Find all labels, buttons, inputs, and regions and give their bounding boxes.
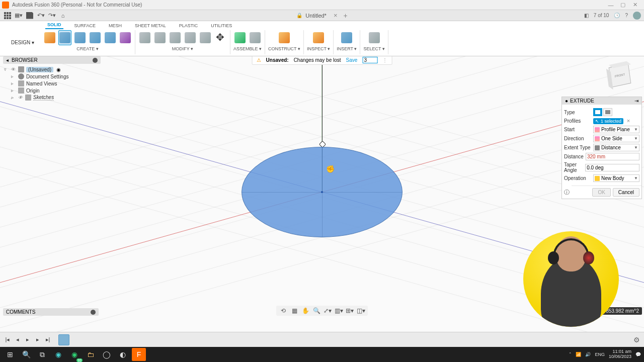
timeline-forward-button[interactable]: ▸ [34, 336, 41, 343]
new-sketch-button[interactable] [43, 30, 56, 45]
tab-plastic[interactable]: PLASTIC [177, 22, 200, 29]
emboss-button[interactable] [119, 30, 132, 45]
move-button[interactable] [214, 30, 227, 45]
type-thin-button[interactable] [603, 108, 612, 116]
tab-utilities[interactable]: UTILITIES [209, 22, 234, 29]
visibility-icon[interactable]: 👁 [11, 67, 16, 72]
display-settings-button[interactable]: ▥▾ [335, 307, 343, 315]
inspect-group-label[interactable]: INSPECT ▾ [307, 46, 330, 51]
select-group-label[interactable]: SELECT ▾ [363, 46, 384, 51]
tab-surface[interactable]: SURFACE [72, 22, 98, 29]
tree-item-sketches[interactable]: ▹ 👁 Sketches [4, 94, 101, 101]
profiles-clear-button[interactable]: × [627, 118, 630, 124]
job-status[interactable]: 7 of 10 [594, 13, 609, 18]
timeline-settings-button[interactable]: ⚙ [633, 336, 640, 344]
modify-group-label[interactable]: MODIFY ▾ [172, 46, 193, 51]
profiles-chip[interactable]: ↖1 selected [593, 118, 623, 124]
timeline-start-button[interactable]: |◂ [4, 336, 11, 343]
save-link[interactable]: Save [346, 57, 358, 63]
tab-solid[interactable]: SOLID [45, 21, 63, 29]
viewport[interactable]: ⚠ Unsaved: Changes may be lost Save ⋮ ◂ … [0, 56, 644, 347]
notification-button[interactable]: 🕓 [614, 13, 620, 18]
fillet-button[interactable] [153, 30, 167, 45]
undo-button[interactable]: ↶▾ [36, 11, 45, 20]
timeline-end-button[interactable]: ▸| [44, 336, 51, 343]
insert-button[interactable] [340, 30, 353, 45]
floating-dimension-input[interactable] [362, 57, 377, 63]
expand-icon[interactable]: ▹ [11, 95, 16, 100]
extensions-button[interactable]: ◧ [584, 13, 589, 18]
fusion-taskbar-button[interactable]: F [132, 348, 146, 361]
visibility-icon[interactable]: 👁 [18, 95, 23, 100]
browser-pin-button[interactable] [93, 58, 98, 63]
help-button[interactable]: ? [625, 13, 628, 18]
tree-item-document-settings[interactable]: ▹ Document Settings [4, 73, 101, 80]
banner-menu-icon[interactable]: ⋮ [382, 57, 387, 63]
workspace-switcher[interactable]: DESIGN ▾ [5, 30, 40, 54]
chamfer-button[interactable] [169, 30, 182, 45]
extent-select[interactable]: Distance ▼ [593, 144, 639, 151]
tab-mesh[interactable]: MESH [107, 22, 124, 29]
start-button[interactable]: ⊞ [3, 348, 17, 361]
browser-header[interactable]: ◂ BROWSER [3, 56, 101, 64]
task-view-button[interactable]: ⧉ [35, 348, 49, 361]
construct-button[interactable] [278, 30, 291, 45]
cancel-button[interactable]: Cancel [613, 188, 639, 197]
whatsapp-button[interactable]: ◉ [67, 348, 82, 361]
tab-close-button[interactable]: × [334, 12, 338, 19]
loft-button[interactable] [104, 30, 117, 45]
sketch-center-point[interactable] [321, 191, 323, 193]
browser-collapse-icon[interactable]: ◂ [6, 57, 9, 63]
new-tab-button[interactable]: + [343, 12, 347, 20]
sketch-profile[interactable]: ✊ [242, 147, 403, 237]
create-group-label[interactable]: CREATE ▾ [76, 46, 98, 51]
revolve-button[interactable] [73, 30, 87, 45]
extrude-button[interactable] [58, 30, 71, 45]
maximize-button[interactable]: ▢ [620, 2, 626, 8]
save-button[interactable] [25, 11, 34, 20]
chrome-button[interactable]: ◯ [100, 348, 114, 361]
shell-button[interactable] [184, 30, 197, 45]
look-at-button[interactable]: ▦ [290, 307, 298, 315]
select-button[interactable] [368, 30, 381, 45]
file-menu-button[interactable]: ▦▾ [14, 11, 23, 20]
system-tray[interactable]: ˄ 📶 🔊 ENG 11:01 am 10/06/2023 💬 [569, 349, 641, 359]
expand-icon[interactable]: ▿ [4, 67, 9, 72]
timeline-back-button[interactable]: ◂ [14, 336, 21, 343]
edge-button[interactable]: ◉ [51, 348, 65, 361]
info-button[interactable]: ⓘ [562, 187, 572, 198]
file-explorer-button[interactable]: 🗀 [84, 348, 98, 361]
assemble-group-label[interactable]: ASSEMBLE ▾ [233, 46, 262, 51]
user-avatar[interactable] [633, 12, 641, 20]
zoom-button[interactable]: 🔍 [312, 307, 320, 315]
tree-root[interactable]: ▿ 👁 (Unsaved) ◉ [4, 66, 101, 73]
joint-button[interactable] [233, 30, 247, 45]
viewport-button[interactable]: ◫▾ [357, 307, 365, 315]
type-solid-button[interactable] [593, 108, 602, 116]
search-button[interactable]: 🔍 [19, 348, 33, 361]
tray-chevron-icon[interactable]: ˄ [569, 352, 572, 357]
measure-button[interactable] [312, 30, 325, 45]
operation-select[interactable]: New Body ▼ [593, 174, 639, 182]
redo-button[interactable]: ↷▾ [47, 11, 56, 20]
language-indicator[interactable]: ENG [595, 352, 605, 357]
expand-icon[interactable]: ▹ [11, 81, 16, 86]
distance-input[interactable] [586, 153, 639, 160]
insert-group-label[interactable]: INSERT ▾ [337, 46, 357, 51]
document-tab[interactable]: 🔒 Untitled* × + [296, 12, 347, 20]
sweep-button[interactable] [89, 30, 102, 45]
taper-input[interactable] [585, 164, 639, 171]
close-button[interactable]: ✕ [632, 2, 638, 8]
obs-button[interactable]: ◐ [116, 348, 130, 361]
minimize-button[interactable]: — [608, 2, 614, 8]
home-button[interactable]: ⌂ [58, 11, 67, 20]
radio-icon[interactable]: ◉ [56, 67, 61, 72]
grid-settings-button[interactable]: ⊞▾ [346, 307, 354, 315]
start-select[interactable]: Profile Plane ▼ [593, 126, 639, 133]
as-built-joint-button[interactable] [249, 30, 262, 45]
pan-button[interactable]: ✋ [301, 307, 309, 315]
data-panel-button[interactable] [3, 11, 12, 20]
clock[interactable]: 11:01 am 10/06/2023 [609, 349, 631, 359]
tree-item-origin[interactable]: ▹ Origin [4, 87, 101, 94]
extrude-panel-header[interactable]: ● EXTRUDE ⇥ [562, 97, 641, 105]
